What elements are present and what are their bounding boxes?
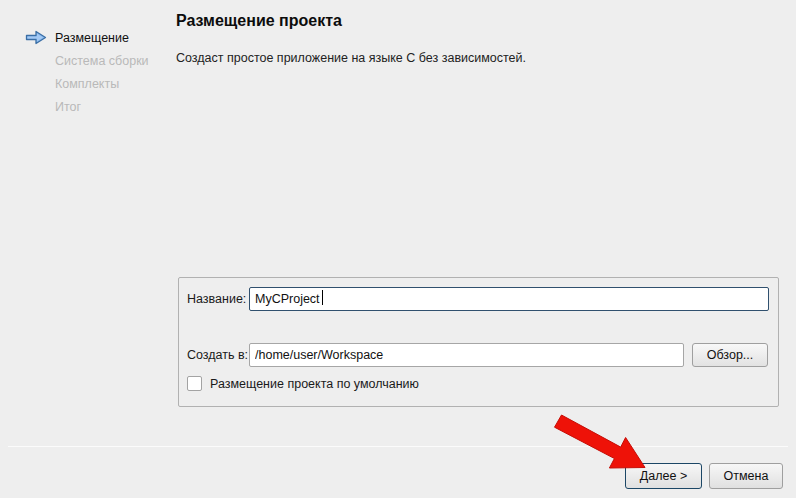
step-label-location: Размещение [55, 31, 129, 45]
current-step-arrow-icon [25, 30, 47, 45]
cancel-button[interactable]: Отмена [709, 463, 783, 489]
step-label-kits: Комплекты [55, 77, 119, 91]
step-label-summary: Итог [55, 100, 81, 114]
project-location-groupbox: Название: Создать в: Обзор... Размещение… [178, 277, 779, 407]
default-location-checkbox[interactable] [187, 376, 202, 391]
default-location-checkbox-label: Размещение проекта по умолчанию [210, 377, 419, 391]
step-label-build-system: Система сборки [55, 54, 149, 68]
bottom-separator [8, 446, 788, 447]
browse-button[interactable]: Обзор... [692, 343, 768, 367]
wizard-dialog: Размещение Система сборки Комплекты Итог… [0, 0, 796, 498]
project-name-input[interactable] [249, 287, 769, 311]
page-title: Размещение проекта [176, 12, 342, 30]
step-item-location[interactable]: Размещение [25, 26, 149, 49]
step-item-summary[interactable]: Итог [25, 95, 149, 118]
create-in-path-input[interactable] [249, 343, 684, 367]
page-subtitle: Создаст простое приложение на языке C бе… [176, 51, 526, 65]
create-in-label: Создать в: [187, 348, 248, 362]
default-location-checkbox-row[interactable]: Размещение проекта по умолчанию [187, 376, 419, 391]
wizard-steps: Размещение Система сборки Комплекты Итог [25, 26, 149, 118]
step-item-build-system[interactable]: Система сборки [25, 49, 149, 72]
step-item-kits[interactable]: Комплекты [25, 72, 149, 95]
text-caret [322, 290, 323, 305]
next-button-mnemonic: Д [640, 469, 648, 483]
project-name-label: Название: [187, 292, 246, 306]
next-button-label: алее > [648, 469, 687, 483]
next-button[interactable]: Далее > [625, 463, 702, 489]
